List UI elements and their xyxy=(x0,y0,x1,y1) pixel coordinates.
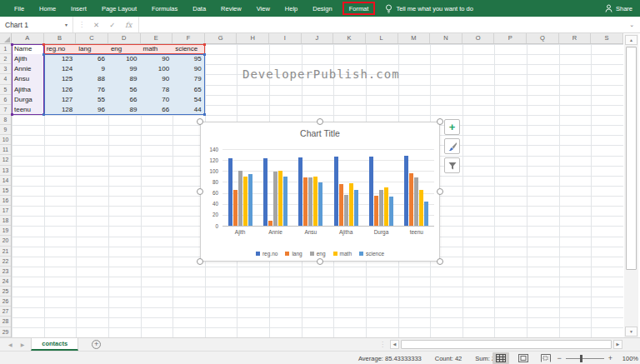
selection-handle[interactable] xyxy=(197,258,203,265)
bar-lang-Ajitha[interactable] xyxy=(339,184,343,226)
bar-science-Ansu[interactable] xyxy=(318,182,322,226)
cell-C2[interactable]: 66 xyxy=(76,54,108,64)
name-box[interactable]: Chart 1 ▾ xyxy=(0,17,73,32)
ribbon-tab-home[interactable]: Home xyxy=(32,0,63,17)
row-header-1[interactable]: 1 xyxy=(0,44,11,54)
cell-F2[interactable]: 95 xyxy=(172,54,205,64)
row-header-3[interactable]: 3 xyxy=(0,64,11,74)
cell-B2[interactable]: 123 xyxy=(44,54,77,64)
add-sheet-button[interactable]: + xyxy=(92,340,101,349)
share-button[interactable]: Share xyxy=(605,4,632,12)
row-header-20[interactable]: 20 xyxy=(0,236,11,246)
bar-science-Annie[interactable] xyxy=(283,177,288,226)
row-header-26[interactable]: 26 xyxy=(0,297,11,307)
column-header-C[interactable]: C xyxy=(76,33,108,43)
selection-handle[interactable] xyxy=(437,118,443,125)
page-break-view-button[interactable] xyxy=(538,352,554,364)
row-header-21[interactable]: 21 xyxy=(0,247,11,257)
column-header-K[interactable]: K xyxy=(333,33,366,43)
column-header-A[interactable]: A xyxy=(12,33,44,43)
cell-E3[interactable]: 100 xyxy=(141,64,173,74)
bar-reg.no-Annie[interactable] xyxy=(263,158,268,226)
row-header-17[interactable]: 17 xyxy=(0,206,11,216)
bar-eng-Annie[interactable] xyxy=(273,172,278,226)
enter-icon[interactable]: ✓ xyxy=(109,21,115,29)
cell-C6[interactable]: 55 xyxy=(76,95,108,105)
cell-B7[interactable]: 128 xyxy=(44,105,77,115)
cell-E6[interactable]: 70 xyxy=(141,95,173,105)
horizontal-scrollbar[interactable]: ⋮ ◀ ▶ xyxy=(379,339,622,349)
cell-B4[interactable]: 125 xyxy=(44,74,77,84)
bar-eng-Ansu[interactable] xyxy=(308,177,312,226)
cell-E7[interactable]: 66 xyxy=(141,105,173,115)
zoom-in-icon[interactable]: + xyxy=(608,355,612,362)
bar-reg.no-Ajith[interactable] xyxy=(228,158,232,226)
cell-A4[interactable]: Ansu xyxy=(12,74,44,84)
bar-lang-Ansu[interactable] xyxy=(303,177,308,226)
column-header-J[interactable]: J xyxy=(302,33,334,43)
scroll-left-icon[interactable]: ◀ xyxy=(390,340,399,349)
bar-lang-teenu[interactable] xyxy=(409,173,413,226)
tell-me-box[interactable]: Tell me what you want to do xyxy=(385,4,473,13)
cell-C1[interactable]: lang xyxy=(76,44,108,54)
ribbon-tab-formulas[interactable]: Formulas xyxy=(144,0,185,17)
column-header-R[interactable]: R xyxy=(559,33,592,43)
bar-science-Ajitha[interactable] xyxy=(354,190,358,226)
bar-math-Annie[interactable] xyxy=(278,171,282,226)
cell-B1[interactable]: reg.no xyxy=(44,44,77,54)
cell-F3[interactable]: 90 xyxy=(172,64,205,74)
bar-science-Ajith[interactable] xyxy=(248,174,252,226)
row-header-9[interactable]: 9 xyxy=(0,125,11,135)
selection-handle[interactable] xyxy=(317,258,323,265)
row-header-25[interactable]: 25 xyxy=(0,287,11,297)
ribbon-tab-data[interactable]: Data xyxy=(185,0,213,17)
cell-D4[interactable]: 89 xyxy=(108,74,141,84)
column-header-D[interactable]: D xyxy=(108,33,141,43)
row-header-16[interactable]: 16 xyxy=(0,196,11,206)
selection-handle[interactable] xyxy=(197,118,203,125)
cell-F6[interactable]: 54 xyxy=(172,95,205,105)
cell-D2[interactable]: 100 xyxy=(108,54,141,64)
column-header-G[interactable]: G xyxy=(205,33,238,43)
column-header-B[interactable]: B xyxy=(44,33,77,43)
chart-title[interactable]: Chart Title xyxy=(201,128,439,138)
row-header-29[interactable]: 29 xyxy=(0,327,11,337)
bar-science-teenu[interactable] xyxy=(424,202,428,226)
zoom-slider[interactable] xyxy=(566,358,604,359)
next-sheet-icon[interactable]: ▶ xyxy=(21,342,25,347)
bar-math-Ajith[interactable] xyxy=(243,177,248,226)
ribbon-tab-file[interactable]: File xyxy=(7,0,32,17)
cell-D6[interactable]: 66 xyxy=(108,95,141,105)
selection-handle[interactable] xyxy=(437,258,443,265)
ribbon-tab-help[interactable]: Help xyxy=(278,0,305,17)
scroll-down-icon[interactable]: ▼ xyxy=(625,327,638,337)
row-header-7[interactable]: 7 xyxy=(0,105,11,115)
bar-math-Ansu[interactable] xyxy=(313,177,318,226)
bar-math-Durga[interactable] xyxy=(384,187,388,226)
cell-E5[interactable]: 78 xyxy=(141,85,173,95)
cell-F7[interactable]: 44 xyxy=(172,105,205,115)
scroll-right-icon[interactable]: ▶ xyxy=(613,340,622,349)
chart-elements-button[interactable]: + xyxy=(444,119,460,135)
bar-reg.no-Ansu[interactable] xyxy=(298,157,302,226)
cell-E1[interactable]: math xyxy=(141,44,173,54)
zoom-out-icon[interactable]: − xyxy=(557,355,561,362)
bar-reg.no-Durga[interactable] xyxy=(369,157,373,226)
cell-A5[interactable]: Ajitha xyxy=(12,85,44,95)
formula-bar-expand-icon[interactable]: ⌄ xyxy=(623,22,640,28)
selection-handle[interactable] xyxy=(317,118,323,125)
bar-lang-Ajith[interactable] xyxy=(233,190,238,226)
cell-A6[interactable]: Durga xyxy=(12,95,44,105)
insert-function-icon[interactable]: fx xyxy=(125,21,132,29)
chart[interactable]: Chart Title reg.nolangengmathscience 020… xyxy=(200,122,440,262)
ribbon-tab-page-layout[interactable]: Page Layout xyxy=(94,0,144,17)
bar-reg.no-teenu[interactable] xyxy=(404,156,408,226)
row-header-2[interactable]: 2 xyxy=(0,54,11,64)
cell-C3[interactable]: 9 xyxy=(76,64,108,74)
chart-styles-button[interactable] xyxy=(444,138,460,154)
row-header-18[interactable]: 18 xyxy=(0,216,11,226)
column-header-L[interactable]: L xyxy=(366,33,398,43)
row-header-10[interactable]: 10 xyxy=(0,135,11,145)
bar-math-teenu[interactable] xyxy=(419,190,423,226)
bar-eng-Ajith[interactable] xyxy=(238,171,242,226)
